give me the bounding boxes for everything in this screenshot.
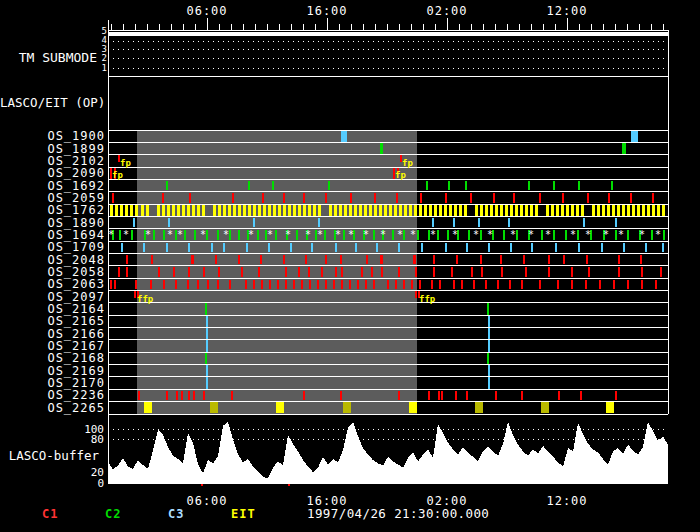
tm-submode-gridline <box>108 41 668 42</box>
axis-time-label: 12:00 <box>546 4 587 18</box>
event-mark <box>508 218 510 228</box>
event-mark <box>305 255 307 265</box>
event-mark <box>415 291 417 298</box>
event-mark <box>516 230 518 240</box>
event-mark <box>309 280 311 290</box>
event-mark <box>205 303 207 314</box>
event-mark <box>413 255 416 265</box>
event-mark <box>431 280 433 290</box>
event-mark <box>118 267 120 277</box>
event-mark <box>478 218 480 228</box>
event-mark <box>645 243 647 253</box>
event-mark <box>434 205 437 216</box>
event-mark <box>464 205 467 216</box>
tm-panel-bottom-border <box>108 76 668 77</box>
event-mark <box>447 230 449 240</box>
event-mark <box>329 205 332 216</box>
event-mark <box>206 230 208 240</box>
event-mark <box>187 280 189 290</box>
row-separator <box>108 414 668 415</box>
event-mark <box>263 205 266 216</box>
event-mark <box>444 205 447 216</box>
event-mark <box>396 193 398 203</box>
event-mark <box>426 181 428 191</box>
event-mark <box>461 280 463 290</box>
event-mark <box>272 181 274 191</box>
event-mark <box>451 267 453 277</box>
event-mark <box>135 205 138 216</box>
event-mark <box>215 255 217 265</box>
scheduled-window-highlight <box>137 130 417 414</box>
event-mark <box>597 205 600 216</box>
event-mark <box>218 267 220 277</box>
event-mark <box>471 267 473 277</box>
os-row-label: OS_2102 <box>4 155 105 167</box>
event-mark <box>615 230 617 240</box>
event-mark <box>232 193 234 203</box>
event-mark <box>277 280 279 290</box>
os-row-label: OS_2166 <box>4 328 105 340</box>
row-separator <box>108 191 668 192</box>
event-mark <box>333 280 335 290</box>
event-mark <box>262 193 264 203</box>
event-mark <box>162 205 165 216</box>
event-mark <box>662 205 665 216</box>
event-mark <box>419 280 421 290</box>
event-mark <box>318 205 321 216</box>
event-mark <box>424 205 427 216</box>
event-mark <box>394 205 397 216</box>
buffer-area-series <box>108 415 668 483</box>
event-mark <box>660 267 662 277</box>
asterisk-mark: * <box>167 230 173 240</box>
event-mark <box>110 280 112 290</box>
event-mark <box>258 205 261 216</box>
event-mark <box>143 243 145 253</box>
event-mark <box>366 255 368 265</box>
event-mark <box>188 391 190 401</box>
event-mark <box>328 181 330 191</box>
event-mark <box>341 131 347 142</box>
flag-text: fp <box>112 171 123 180</box>
event-mark <box>189 193 191 203</box>
event-mark <box>166 243 168 253</box>
os-row-label: OS_1890 <box>4 217 105 229</box>
event-mark <box>414 205 417 216</box>
os-row-label: OS_1899 <box>4 143 105 155</box>
buffer-red-subtick <box>201 484 203 486</box>
os-row-label: OS_2164 <box>4 303 105 315</box>
event-mark <box>501 267 503 277</box>
event-mark <box>521 280 523 290</box>
tm-submode-gridline <box>108 58 668 59</box>
event-mark <box>618 267 620 277</box>
event-mark <box>490 205 493 216</box>
event-mark <box>525 205 528 216</box>
asterisk-mark: * <box>585 230 591 240</box>
os-row-label: OS_2236 <box>4 389 105 401</box>
event-mark <box>177 205 180 216</box>
event-mark <box>611 181 613 191</box>
axis-time-label: 02:00 <box>426 4 467 18</box>
event-mark <box>285 280 287 290</box>
row-separator <box>108 265 668 266</box>
event-mark <box>520 205 523 216</box>
event-mark <box>380 143 383 154</box>
event-mark <box>120 205 123 216</box>
event-mark <box>495 205 498 216</box>
event-mark <box>253 205 256 216</box>
event-mark <box>228 205 231 216</box>
event-mark <box>241 267 243 277</box>
axis-time-label: 06:00 <box>186 4 227 18</box>
event-mark <box>364 205 367 216</box>
tm-submode-level-label: 2 <box>95 54 107 63</box>
event-mark <box>539 280 541 290</box>
event-mark <box>202 205 205 216</box>
event-mark <box>374 205 377 216</box>
event-mark <box>349 280 351 290</box>
event-mark <box>151 255 153 265</box>
asterisk-mark: * <box>487 230 493 240</box>
event-mark <box>409 205 412 216</box>
asterisk-mark: * <box>285 230 291 240</box>
tm-submode-label: TM SUBMODE <box>0 50 97 65</box>
asterisk-mark: * <box>618 230 624 240</box>
event-mark <box>448 181 450 191</box>
